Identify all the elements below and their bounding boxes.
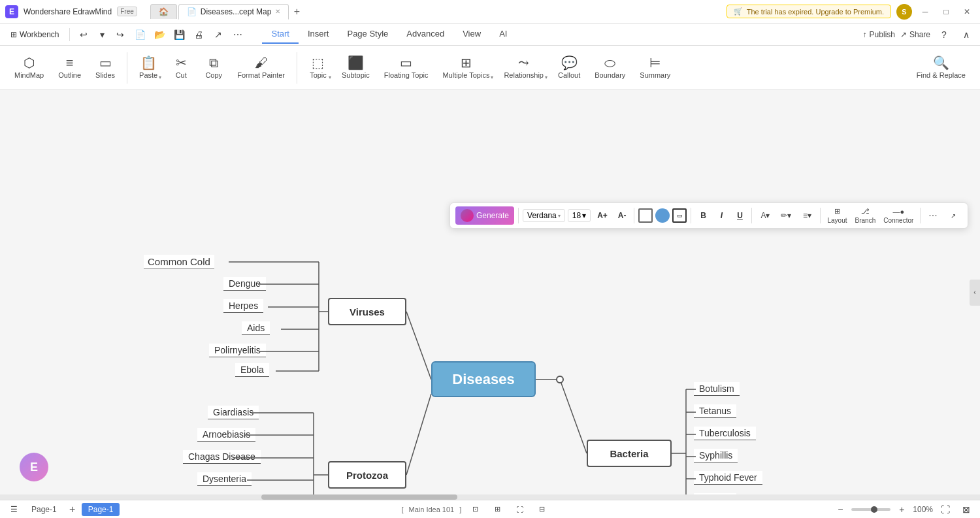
trial-banner[interactable]: 🛒 The trial has expired. Upgrade to Prem…	[727, 5, 891, 18]
floating-topic-button[interactable]: ▭ Floating Topic	[378, 54, 435, 82]
text-align-button[interactable]: ≡▾	[798, 206, 816, 225]
leaf-chagas[interactable]: Chagas Disease	[183, 450, 261, 464]
font-select[interactable]: Verdana ▾	[523, 209, 565, 222]
open-file-button[interactable]: 📂	[151, 26, 168, 43]
find-replace-button[interactable]: 🔍 Find & Replace	[910, 54, 972, 82]
italic-button[interactable]: I	[713, 209, 729, 222]
leaf-tuberculosis[interactable]: Tuberculosis	[694, 427, 756, 440]
border-button[interactable]: ▭	[672, 208, 687, 223]
sidebar-toggle-button[interactable]: ☰	[5, 501, 22, 518]
fullscreen-view-button[interactable]: ⛶	[937, 501, 954, 518]
maximize-button[interactable]: □	[938, 4, 954, 20]
save-button[interactable]: 💾	[171, 26, 188, 43]
tab-close-icon[interactable]: ✕	[275, 8, 280, 15]
page-tab-1[interactable]: Page-1	[25, 503, 63, 516]
topic-button[interactable]: ⬚ Topic	[302, 54, 334, 82]
tab-ai[interactable]: AI	[490, 25, 516, 44]
layout-view-button[interactable]: ⊟	[533, 501, 550, 518]
protozoa-node[interactable]: Protozoa	[328, 461, 406, 489]
tab-start[interactable]: Start	[262, 25, 298, 44]
publish-button[interactable]: ↑ Publish	[863, 30, 895, 39]
zoom-in-button[interactable]: +	[893, 501, 910, 518]
boundary-button[interactable]: ⬭ Boundary	[588, 54, 632, 82]
leaf-aids[interactable]: Aids	[242, 321, 270, 335]
tab-insert[interactable]: Insert	[299, 25, 338, 44]
leaf-dysenteria[interactable]: Dysenteria	[197, 472, 252, 486]
multiple-topics-button[interactable]: ⊞ Multiple Topics	[436, 54, 496, 82]
fill-button[interactable]	[655, 208, 670, 223]
redo-button[interactable]: ↪	[112, 26, 129, 43]
close-button[interactable]: ✕	[959, 4, 975, 20]
leaf-typhoid-fever[interactable]: Typhoid Fever	[694, 471, 762, 485]
shape-button[interactable]	[638, 208, 653, 223]
right-panel-toggle[interactable]: ‹	[970, 280, 980, 306]
font-size-field[interactable]: 18 ▾	[568, 209, 591, 222]
horizontal-scrollbar[interactable]	[0, 494, 980, 500]
viruses-node[interactable]: Viruses	[328, 298, 406, 325]
zoom-out-button[interactable]: −	[832, 501, 849, 518]
scrollbar-thumb[interactable]	[261, 494, 457, 500]
undo-button[interactable]: ↩	[75, 26, 92, 43]
underline-button[interactable]: U	[732, 209, 747, 222]
font-decrease-button[interactable]: A-	[614, 209, 630, 222]
leaf-syphillis[interactable]: Syphillis	[694, 449, 738, 462]
user-avatar[interactable]: S	[896, 4, 912, 20]
copy-button[interactable]: ⧉ Copy	[198, 54, 229, 82]
leaf-polirnyelitis[interactable]: Polirnyelitis	[209, 344, 266, 357]
more-button[interactable]: ···	[924, 208, 941, 223]
tab-advanced[interactable]: Advanced	[397, 25, 453, 44]
callout-button[interactable]: 💬 Callout	[551, 54, 587, 82]
collapse-ft-button[interactable]: ↗	[944, 206, 962, 225]
leaf-botulism[interactable]: Botulism	[694, 382, 740, 396]
slides-button[interactable]: ▭ Slides	[89, 54, 122, 82]
more-options-button[interactable]: ⋯	[229, 26, 246, 43]
connector-button[interactable]: —● Connector	[881, 206, 916, 225]
bold-button[interactable]: B	[695, 209, 711, 222]
diseases-node[interactable]: Diseases	[431, 361, 536, 397]
new-file-button[interactable]: 📄	[131, 26, 148, 43]
outline-button[interactable]: ≡ Outline	[52, 54, 88, 82]
share-button[interactable]: ↗ Share	[900, 30, 930, 39]
workbench-button[interactable]: ⊞ Workbench	[5, 27, 64, 42]
zoom-slider[interactable]	[851, 508, 890, 511]
export-button[interactable]: ↗	[210, 26, 227, 43]
highlight-button[interactable]: ✏▾	[777, 206, 795, 225]
tab-view[interactable]: View	[453, 25, 490, 44]
branch-button[interactable]: ⎇ Branch	[853, 206, 879, 225]
bacteria-node[interactable]: Bacteria	[587, 440, 672, 467]
undo-dropdown[interactable]: ▾	[93, 26, 110, 43]
tab-page-style[interactable]: Page Style	[338, 25, 397, 44]
print-button[interactable]: 🖨	[190, 26, 207, 43]
zoom-thumb[interactable]	[871, 506, 877, 513]
generate-button[interactable]: Generate	[455, 206, 514, 225]
fullscreen-button[interactable]: ⛶	[511, 501, 528, 518]
fit-page-button[interactable]: ⊠	[958, 501, 975, 518]
help-button[interactable]: ?	[936, 26, 953, 43]
leaf-arnoebiasis[interactable]: Arnoebiasis	[197, 428, 255, 442]
minimize-button[interactable]: ─	[917, 4, 933, 20]
font-increase-button[interactable]: A+	[593, 209, 612, 222]
new-tab-button[interactable]: +	[290, 5, 303, 18]
paste-button[interactable]: 📋 Paste	[133, 54, 164, 82]
font-color-button[interactable]: A▾	[756, 206, 774, 225]
subtopic-button[interactable]: ⬛ Subtopic	[335, 54, 376, 82]
grid-button[interactable]: ⊞	[489, 501, 506, 518]
leaf-tetanus[interactable]: Tetanus	[694, 404, 736, 418]
format-painter-button[interactable]: 🖌 Format Painter	[231, 54, 291, 82]
collapse-button[interactable]: ∧	[958, 26, 975, 43]
canvas-area[interactable]: Diseases Viruses Protozoa Bacteria Commo…	[0, 90, 980, 494]
active-page-tab[interactable]: Page-1	[82, 503, 120, 516]
leaf-giardiasis[interactable]: Giardiasis	[208, 406, 259, 419]
mindmap-button[interactable]: ⬡ MindMap	[8, 54, 50, 82]
add-page-button[interactable]: +	[66, 503, 79, 516]
relationship-button[interactable]: ⤳ Relationship	[497, 54, 550, 82]
leaf-ebola[interactable]: Ebola	[235, 363, 269, 377]
layout-button[interactable]: ⊞ Layout	[825, 206, 849, 225]
summary-button[interactable]: ⊨ Summary	[633, 54, 677, 82]
cut-button[interactable]: ✂ Cut	[165, 54, 197, 82]
file-tab[interactable]: 📄 Diseases...cept Map ✕	[178, 4, 289, 20]
home-tab[interactable]: 🏠	[150, 4, 177, 19]
leaf-herpes[interactable]: Herpes	[223, 299, 263, 313]
leaf-dengue[interactable]: Dengue	[223, 277, 266, 291]
leaf-common-cold[interactable]: Common Cold	[144, 255, 214, 269]
